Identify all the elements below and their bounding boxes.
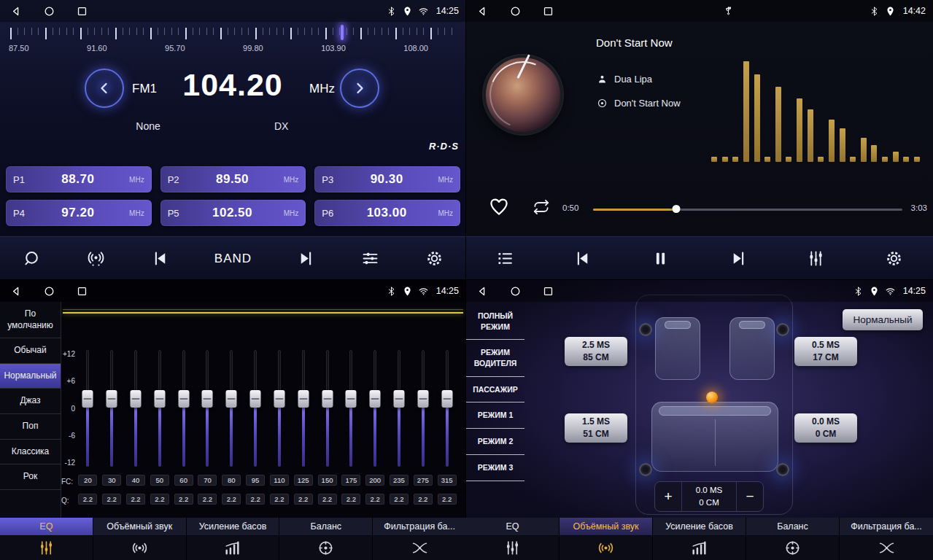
eq-band-slider[interactable] [315, 347, 339, 470]
next-track-button[interactable] [729, 249, 748, 268]
tab-balance[interactable]: Баланс [279, 518, 373, 560]
eq-band-slider[interactable] [387, 347, 411, 470]
back-nav-icon[interactable] [476, 285, 489, 298]
mode-full[interactable]: ПОЛНЫЙ РЕЖИМ [466, 303, 524, 340]
eq-preset-pop[interactable]: Поп [0, 414, 61, 440]
settings-button[interactable] [884, 249, 904, 268]
eq-band-slider[interactable] [244, 347, 268, 470]
broadcast-button[interactable] [86, 249, 106, 268]
mode-1[interactable]: РЕЖИМ 1 [466, 402, 524, 429]
listening-position-marker[interactable] [706, 392, 718, 403]
slider-handle[interactable] [131, 390, 142, 408]
home-nav-icon[interactable] [43, 285, 55, 298]
eq-preset-classic[interactable]: Классика [0, 440, 61, 465]
slider-handle[interactable] [226, 390, 237, 408]
tab-bass-boost[interactable]: Усиление басов [187, 518, 280, 560]
tab-bass-boost[interactable]: Усиление басов [653, 518, 746, 560]
eq-band-slider[interactable] [268, 347, 292, 470]
frequency-dial[interactable]: 87.5091.6095.7099.80103.90108.00 [6, 23, 460, 60]
tab-eq[interactable]: EQ [0, 518, 93, 560]
slider-handle[interactable] [107, 390, 117, 408]
tab-filter[interactable]: Фильтрация ба... [373, 518, 466, 560]
scan-button[interactable] [22, 249, 42, 268]
eq-band-slider[interactable] [220, 347, 244, 470]
surround-preset-button[interactable]: Нормальный [843, 309, 923, 330]
tab-surround[interactable]: Объёмный звук [93, 518, 187, 560]
recents-nav-icon[interactable] [76, 5, 88, 18]
previous-station-button[interactable] [150, 249, 170, 268]
home-nav-icon[interactable] [43, 5, 55, 18]
recents-nav-icon[interactable] [542, 5, 554, 18]
front-right-delay-button[interactable]: 0.5 MS 17 CM [794, 337, 857, 366]
eq-band-slider[interactable] [195, 347, 220, 470]
recents-nav-icon[interactable] [542, 285, 554, 298]
eq-preset-rock[interactable]: Рок [0, 464, 61, 490]
mode-3[interactable]: РЕЖИМ 3 [466, 455, 524, 481]
seek-down-button[interactable] [85, 69, 124, 108]
slider-handle[interactable] [250, 390, 261, 408]
rear-left-delay-button[interactable]: 1.5 MS 51 CM [565, 413, 627, 443]
dial-pointer[interactable] [341, 25, 344, 40]
rear-right-delay-button[interactable]: 0.0 MS 0 CM [794, 413, 857, 443]
playlist-button[interactable] [495, 249, 515, 268]
slider-handle[interactable] [274, 390, 284, 408]
eq-band-slider[interactable] [363, 347, 387, 470]
recents-nav-icon[interactable] [76, 285, 88, 298]
settings-button[interactable] [425, 249, 444, 268]
radio-preset-button[interactable]: P1 88.70 MHz [6, 166, 152, 192]
radio-preset-button[interactable]: P2 89.50 MHz [160, 166, 306, 192]
back-nav-icon[interactable] [10, 5, 23, 18]
radio-preset-button[interactable]: P6 103.00 MHz [314, 200, 460, 226]
delay-decrease-button[interactable]: − [737, 482, 763, 511]
slider-handle[interactable] [370, 390, 381, 408]
tab-surround[interactable]: Объёмный звук [560, 518, 653, 560]
home-nav-icon[interactable] [509, 5, 522, 18]
seek-up-button[interactable] [340, 69, 379, 108]
tune-sliders-button[interactable] [360, 249, 380, 268]
slider-handle[interactable] [298, 390, 309, 408]
slider-handle[interactable] [393, 390, 404, 408]
slider-handle[interactable] [82, 390, 93, 408]
eq-preset-jazz[interactable]: Джаз [0, 389, 61, 414]
mixer-button[interactable] [806, 249, 826, 268]
slider-handle[interactable] [346, 390, 357, 408]
mode-driver[interactable]: РЕЖИМ ВОДИТЕЛЯ [466, 340, 524, 376]
previous-track-button[interactable] [573, 249, 592, 268]
eq-band-slider[interactable] [339, 347, 363, 470]
front-left-delay-button[interactable]: 2.5 MS 85 CM [565, 337, 627, 366]
eq-band-slider[interactable] [124, 347, 148, 470]
eq-band-slider[interactable] [435, 347, 459, 470]
favorite-button[interactable] [488, 195, 510, 220]
pause-button[interactable] [651, 249, 670, 268]
slider-handle[interactable] [417, 390, 428, 408]
eq-band-slider[interactable] [411, 347, 435, 470]
eq-band-slider[interactable] [100, 347, 124, 470]
back-nav-icon[interactable] [476, 5, 489, 18]
radio-preset-button[interactable]: P4 97.20 MHz [6, 200, 152, 226]
slider-handle[interactable] [202, 390, 213, 408]
eq-band-slider[interactable] [147, 347, 171, 470]
slider-handle[interactable] [154, 390, 165, 408]
radio-preset-button[interactable]: P5 102.50 MHz [160, 200, 306, 226]
slider-handle[interactable] [322, 390, 333, 408]
eq-band-slider[interactable] [76, 347, 100, 470]
eq-band-slider[interactable] [171, 347, 195, 470]
slider-handle[interactable] [178, 390, 189, 408]
eq-preset-custom[interactable]: Обычай [0, 338, 61, 364]
home-nav-icon[interactable] [509, 285, 522, 298]
next-station-button[interactable] [296, 249, 316, 268]
repeat-button[interactable] [532, 198, 551, 219]
eq-preset-normal[interactable]: Нормальный [0, 364, 61, 389]
progress-bar[interactable] [593, 205, 902, 214]
eq-band-slider[interactable] [291, 347, 315, 470]
radio-preset-button[interactable]: P3 90.30 MHz [314, 166, 460, 192]
tab-balance[interactable]: Баланс [746, 518, 840, 560]
delay-increase-button[interactable]: + [655, 482, 681, 511]
mode-2[interactable]: РЕЖИМ 2 [466, 429, 524, 455]
back-nav-icon[interactable] [10, 285, 23, 298]
slider-handle[interactable] [441, 390, 452, 408]
mode-passenger[interactable]: ПАССАЖИР [466, 377, 524, 403]
tab-filter[interactable]: Фильтрация ба... [840, 518, 933, 560]
eq-preset-default[interactable]: По умолчанию [0, 302, 61, 338]
tab-eq[interactable]: EQ [466, 518, 560, 560]
